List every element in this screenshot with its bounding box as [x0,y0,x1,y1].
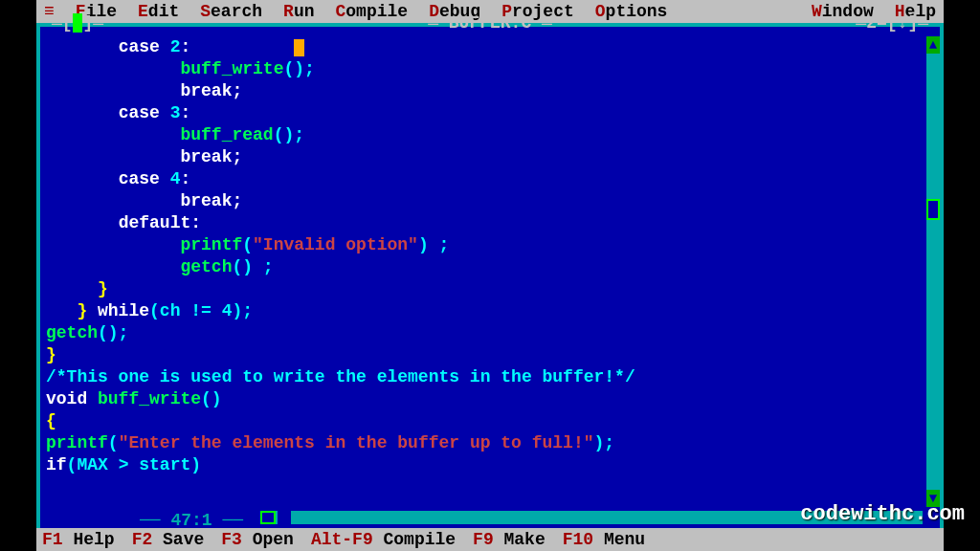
status-f10[interactable]: F10 Menu [563,530,645,549]
code-line[interactable]: getch() ; [46,256,923,278]
status-f2[interactable]: F2 Save [132,530,205,549]
code-line[interactable]: buff_read(); [46,124,923,146]
scroll-left-icon[interactable] [260,511,276,524]
code-line[interactable]: { [46,410,923,432]
menu-file[interactable]: File [76,2,117,21]
code-line[interactable]: } while(ch != 4); [46,300,923,322]
cursor-position: ── 47:1 ── [136,511,247,530]
menu-bar: ≡ FileEditSearchRunCompileDebugProjectOp… [36,0,944,23]
scroll-thumb-h[interactable] [278,511,291,524]
code-line[interactable]: if(MAX > start) [46,454,923,476]
menu-window[interactable]: Window [812,2,874,21]
status-bar: F1 HelpF2 SaveF3 OpenAlt-F9 CompileF9 Ma… [36,528,944,551]
code-line[interactable]: case 4: [46,168,923,190]
code-editor[interactable]: case 2: buff_write(); break; case 3: buf… [46,36,923,507]
code-line[interactable]: break; [46,80,923,102]
menu-search[interactable]: Search [200,2,262,21]
code-line[interactable]: void buff_write() [46,388,923,410]
code-line[interactable]: default: [46,212,923,234]
menu-run[interactable]: Run [283,2,314,21]
scroll-thumb-v[interactable] [926,199,940,220]
menu-compile[interactable]: Compile [336,2,409,21]
code-line[interactable]: } [46,344,923,366]
code-line[interactable]: getch(); [46,322,923,344]
system-menu-icon[interactable]: ≡ [44,2,58,21]
status-f3[interactable]: F3 Open [221,530,294,549]
status-f9[interactable]: F9 Make [473,530,546,549]
code-line[interactable]: case 2: [46,36,923,58]
menu-debug[interactable]: Debug [429,2,480,21]
watermark: codewithc.com [800,502,965,526]
code-line[interactable]: break; [46,190,923,212]
code-line[interactable]: break; [46,146,923,168]
vertical-scrollbar[interactable]: ▲ ▼ [926,36,940,507]
text-cursor [294,39,304,56]
menu-help[interactable]: Help [895,2,936,21]
code-line[interactable]: buff_write(); [46,58,923,80]
code-line[interactable]: case 3: [46,102,923,124]
menu-edit[interactable]: Edit [138,2,179,21]
menu-options[interactable]: Options [595,2,668,21]
scroll-up-icon[interactable]: ▲ [926,36,940,54]
code-line[interactable]: /*This one is used to write the elements… [46,366,923,388]
status-alt-f9[interactable]: Alt-F9 Compile [311,530,456,549]
code-line[interactable]: printf("Invalid option") ; [46,234,923,256]
code-line[interactable]: printf("Enter the elements in the buffer… [46,432,923,454]
status-f1[interactable]: F1 Help [42,530,115,549]
menu-project[interactable]: Project [501,2,574,21]
code-line[interactable]: } [46,278,923,300]
editor-window: ═[■]═ ═ BUFFER.C ═ ═2=[↕]═ case 2: buff_… [36,23,944,528]
